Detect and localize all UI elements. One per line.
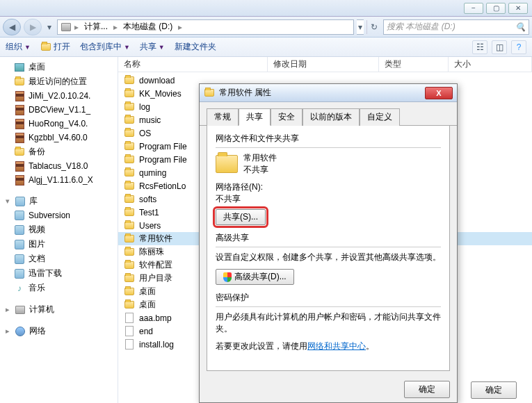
folder-icon [204,88,215,99]
network-node[interactable]: ▸网络 [0,324,118,338]
tree-item[interactable]: ♪音乐 [0,281,118,295]
lib-icon [14,268,25,279]
tree-item[interactable]: Tablacus_V18.0 [0,159,118,173]
computer-node[interactable]: ▸计算机 [0,302,118,317]
tree-item[interactable]: 最近访问的位置 [0,74,118,89]
password-protect-desc: 用户必须具有此计算机的用户帐户和密码，才能访问共享文件夹。 [216,311,441,335]
folder-icon [216,155,238,173]
organize-menu[interactable]: 组织▼ [6,41,31,53]
include-in-library-menu[interactable]: 包含到库中▼ [80,41,130,53]
folder-icon [124,286,135,297]
nav-history-dropdown[interactable]: ▾ [45,19,54,35]
col-size[interactable]: 大小 [449,57,532,72]
rar-icon [14,161,25,172]
folder-icon [124,233,135,245]
folder-icon [124,115,135,126]
tree-item[interactable]: 桌面 [0,60,118,74]
tree-item[interactable]: DBCView_V1.1_ [0,103,118,117]
breadcrumb-sep: ▸ [178,22,182,32]
tab-4[interactable]: 自定义 [360,108,400,126]
breadcrumb-sep: ▸ [113,22,118,32]
background-ok-button[interactable]: 确定 [471,381,517,399]
minimize-button[interactable]: − [464,3,483,14]
lib-icon [14,224,25,236]
dialog-title: 常用软件 属性 [219,87,425,99]
folder-icon [124,207,135,218]
network-sharing-heading: 网络文件和文件夹共享 [216,133,441,145]
advanced-sharing-desc: 设置自定义权限，创建多个共享，并设置其他高级共享选项。 [216,252,441,263]
address-bar[interactable]: ▸ 计算... ▸ 本地磁盘 (D:) ▸ [57,19,354,35]
breadcrumb-computer[interactable]: 计算... [81,21,111,33]
back-button[interactable]: ◀ [3,19,21,35]
preview-pane-button[interactable]: ◫ [492,40,507,54]
properties-dialog: 常用软件 属性 X 常规共享安全以前的版本自定义 网络文件和文件夹共享 常用软件… [199,83,458,403]
folder-icon [124,273,135,284]
view-options-button[interactable]: ☷ [472,40,487,54]
dialog-titlebar[interactable]: 常用软件 属性 X [200,84,457,102]
tree-item[interactable]: 图片 [0,237,118,252]
tree-item[interactable]: 视频 [0,222,118,237]
network-sharing-center-link[interactable]: 网络和共享中心 [307,341,366,351]
tree-item[interactable]: JiMi_V2.0.10.24. [0,89,118,103]
folder-icon [124,167,135,179]
network-path-label: 网络路径(N): [216,181,441,193]
navigation-tree: 桌面最近访问的位置JiMi_V2.0.10.24.DBCView_V1.1_Hu… [0,57,118,403]
tree-item[interactable]: Subversion [0,208,118,222]
toolbar: 组织▼ 打开 包含到库中▼ 共享▼ 新建文件夹 ☷ ◫ ? [0,38,532,57]
close-button[interactable]: ✕ [508,3,528,14]
tab-1[interactable]: 共享 [239,108,271,126]
tree-item[interactable]: 文档 [0,252,118,266]
folder-icon [124,181,135,192]
folder-icon [14,76,25,88]
desk-icon [14,62,25,73]
tree-item[interactable]: Kgzbbl_V4.60.0 [0,131,118,145]
tab-0[interactable]: 常规 [207,108,239,126]
search-box[interactable]: 搜索 本地磁盘 (D:) 🔍 [383,19,529,35]
lib-icon [14,239,25,250]
search-icon: 🔍 [515,22,526,32]
password-protect-link-line: 若要更改此设置，请使用网络和共享中心。 [216,340,441,352]
rar-icon [14,104,25,115]
rar-icon [14,118,25,129]
open-button[interactable]: 打开 [40,41,70,53]
new-folder-button[interactable]: 新建文件夹 [175,41,216,53]
folder-icon [124,299,135,311]
forward-button[interactable]: ▶ [24,19,42,35]
column-headers: 名称 修改日期 类型 大小 [118,57,532,72]
lib-icon [14,210,25,221]
network-path-value: 不共享 [216,193,441,205]
doc-icon [124,339,135,350]
help-button[interactable]: ? [511,40,526,54]
advanced-sharing-button[interactable]: 高级共享(D)... [216,269,294,285]
dialog-ok-button[interactable]: 确定 [404,381,450,398]
dialog-close-button[interactable]: X [425,87,453,99]
breadcrumb-drive[interactable]: 本地磁盘 (D:) [120,21,175,33]
col-name[interactable]: 名称 [118,57,268,72]
tree-item[interactable]: 备份 [0,145,118,159]
search-placeholder: 搜索 本地磁盘 (D:) [387,21,456,33]
rar-icon [14,174,25,186]
nav-bar: ◀ ▶ ▾ ▸ 计算... ▸ 本地磁盘 (D:) ▸ ▾ ↻ 搜索 本地磁盘 … [0,17,532,38]
share-menu[interactable]: 共享▼ [140,41,165,53]
tree-item[interactable]: 迅雷下载 [0,266,118,281]
breadcrumb-sep: ▸ [74,22,79,32]
folder-icon [124,141,135,152]
col-modified[interactable]: 修改日期 [268,57,379,72]
drive-icon [61,22,72,33]
tab-3[interactable]: 以前的版本 [303,108,360,126]
folder-icon [124,154,135,165]
maximize-button[interactable]: ▢ [486,3,506,14]
refresh-button[interactable]: ↻ [366,20,380,34]
tree-item[interactable]: Algj_V1.11.6.0_X [0,173,118,187]
share-folder-name: 常用软件 [243,152,277,164]
folder-icon [124,88,135,99]
tree-item[interactable]: HuoRong_V4.0. [0,117,118,131]
col-type[interactable]: 类型 [379,57,449,72]
tab-2[interactable]: 安全 [271,108,303,126]
share-button[interactable]: 共享(S)... [216,209,266,225]
address-dropdown[interactable]: ▾ [357,19,364,35]
folder-icon [124,128,135,139]
doc-icon [124,313,135,324]
doc-icon [124,326,135,337]
libraries-node[interactable]: ▾库 [0,194,118,208]
